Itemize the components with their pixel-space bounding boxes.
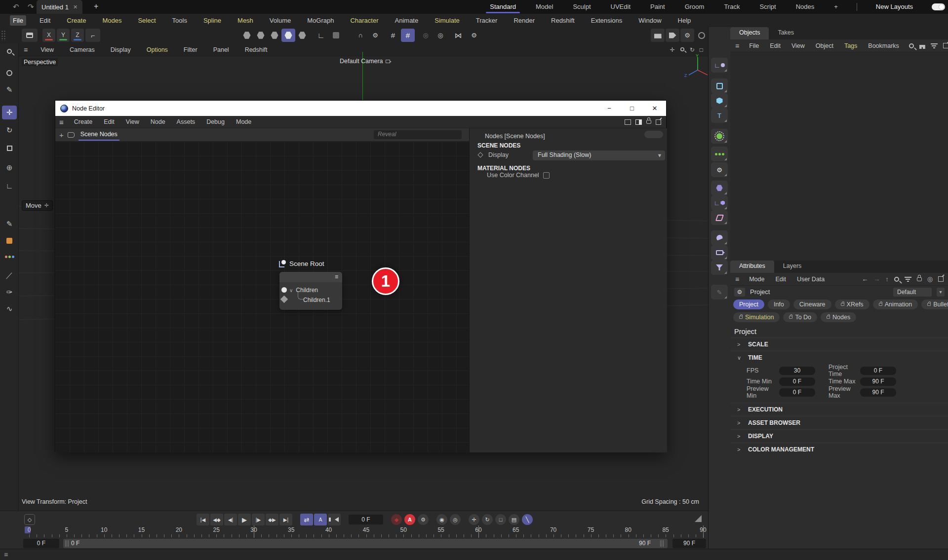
instance-icon[interactable]	[711, 210, 728, 225]
timeline-corner-icon[interactable]	[695, 515, 702, 523]
layout-tab[interactable]: UVEdit	[610, 0, 632, 14]
menu-item[interactable]: Help	[675, 15, 694, 26]
panel-tab[interactable]: Attributes	[730, 261, 774, 273]
redo-icon[interactable]: ↷	[28, 2, 34, 11]
key-rotation-toggle[interactable]: ↻	[482, 514, 493, 525]
attribute-tab-chip[interactable]: XRefs	[835, 299, 869, 309]
spline-object-icon[interactable]	[711, 78, 728, 93]
attribute-tab-chip[interactable]: Bullet	[921, 299, 948, 309]
toggle-view-icon[interactable]: □	[700, 46, 703, 53]
coords-tool-icon[interactable]: ∟	[2, 179, 17, 192]
popout-icon[interactable]	[938, 276, 944, 282]
texture-mode-icon[interactable]	[329, 29, 343, 42]
next-frame-button[interactable]: |▶	[252, 514, 265, 525]
close-button[interactable]: ✕	[643, 101, 666, 116]
status-menu-icon[interactable]: ≡	[4, 551, 8, 559]
cube-object-icon[interactable]	[711, 93, 728, 108]
add-graph-icon[interactable]: +	[59, 131, 64, 139]
hamburger-icon[interactable]: ≡	[59, 118, 64, 126]
attribute-tab-chip[interactable]: Info	[768, 299, 790, 309]
viewport-menu-item[interactable]: View	[38, 45, 57, 55]
coordinate-system-icon[interactable]: ⌐	[85, 29, 100, 42]
prev-key-button[interactable]: ◀◆	[210, 514, 223, 525]
zoom-tool-icon[interactable]	[2, 44, 17, 58]
render-picture-viewer-icon[interactable]	[666, 29, 679, 42]
viewport-menu-item[interactable]: Filter	[181, 45, 200, 55]
add-layout-button[interactable]: +	[833, 0, 839, 14]
use-color-channel-checkbox[interactable]	[543, 172, 550, 179]
loop-toggle[interactable]: ⇄	[300, 514, 313, 525]
menu-item[interactable]: Modes	[99, 15, 124, 26]
port-circle-icon[interactable]	[281, 287, 287, 293]
progress-ring-icon[interactable]	[695, 29, 708, 42]
pen-tool-icon[interactable]: ✑	[2, 285, 17, 299]
objects-menu-item[interactable]: View	[790, 42, 806, 50]
model-mode-icon[interactable]	[281, 29, 295, 42]
render-view-icon[interactable]	[651, 29, 665, 42]
render-settings-icon[interactable]: ⚙	[680, 29, 694, 42]
snap-settings-icon[interactable]: ⚙	[368, 29, 382, 42]
layout-tab[interactable]: Script	[758, 0, 777, 14]
menu-item[interactable]: File	[10, 15, 26, 26]
axis-lock-icon[interactable]: ⊕	[2, 161, 17, 175]
objects-menu-item[interactable]: Bookmarks	[867, 42, 900, 50]
environment-icon[interactable]	[711, 230, 728, 245]
panel-tab[interactable]: Objects	[730, 27, 769, 39]
attributes-menu-item[interactable]: Mode	[748, 275, 765, 283]
attributes-menu-item[interactable]: Edit	[774, 275, 787, 283]
lock-icon[interactable]	[646, 120, 651, 124]
home-icon[interactable]	[919, 45, 925, 49]
text-object-icon[interactable]: T	[711, 108, 728, 123]
viewport-menu-item[interactable]: Display	[108, 45, 134, 55]
attribute-tab-chip[interactable]: Cineware	[793, 299, 831, 309]
current-frame-field[interactable]: 0 F	[349, 515, 383, 524]
falloff-icon[interactable]: ◎	[419, 29, 433, 42]
lock-icon[interactable]	[917, 277, 922, 281]
menu-item[interactable]: Simulate	[432, 15, 463, 26]
goto-start-button[interactable]: |◀	[197, 514, 209, 525]
node-menu-item[interactable]: Assets	[176, 117, 197, 126]
forward-icon[interactable]: →	[873, 275, 880, 283]
track-icon[interactable]: ◎	[927, 275, 933, 283]
node-menu-item[interactable]: Create	[73, 117, 94, 126]
axis-y-toggle[interactable]: Y	[57, 29, 70, 42]
deformer-icon[interactable]: ⚙	[711, 162, 728, 177]
record-keyframe-button[interactable]: ◆	[391, 514, 402, 525]
symmetry-icon[interactable]: ⋈	[451, 29, 465, 42]
popout-icon[interactable]	[656, 119, 661, 125]
viewport-menu-item[interactable]: Cameras	[67, 45, 98, 55]
sound-toggle[interactable]	[328, 514, 341, 525]
layout-tab[interactable]: Groom	[684, 0, 706, 14]
zoom-view-icon[interactable]	[680, 46, 685, 53]
fps-field[interactable]: 30	[779, 367, 815, 375]
camera-label[interactable]: Default Camera	[340, 58, 390, 65]
preview-range-slider[interactable]: 0 F 90 F	[63, 539, 668, 548]
preset-dropdown-arrow[interactable]: ▾	[937, 288, 945, 297]
back-icon[interactable]: ←	[862, 275, 868, 283]
objects-menu-item[interactable]: Edit	[769, 42, 782, 50]
points-mode-icon[interactable]	[240, 29, 254, 42]
key-pla-toggle[interactable]: ▤	[509, 514, 519, 525]
attribute-tab-chip[interactable]: Animation	[873, 299, 918, 309]
live-selection-icon[interactable]	[2, 66, 17, 80]
panel-tab[interactable]: Takes	[769, 27, 803, 39]
menu-item[interactable]: Tools	[169, 15, 190, 26]
node-menu-item[interactable]: Debug	[205, 117, 226, 126]
maximize-button[interactable]: □	[621, 101, 643, 116]
workplane-icon[interactable]	[22, 29, 38, 42]
new-layouts-label[interactable]: New Layouts	[875, 0, 914, 14]
minimize-button[interactable]: −	[598, 101, 621, 116]
node-editor-titlebar[interactable]: Node Editor − □ ✕	[55, 101, 666, 116]
objects-menu-item[interactable]: File	[748, 42, 760, 50]
paint-tool-icon[interactable]: ✎	[2, 217, 17, 231]
goto-end-button[interactable]: ▶|	[279, 514, 292, 525]
right-panel-toggle-icon[interactable]	[635, 119, 642, 125]
viewport-menu-item[interactable]: Panel	[210, 45, 232, 55]
drag-handle[interactable]	[1, 30, 6, 41]
objects-menu-item[interactable]: Object	[815, 42, 834, 50]
move-tool-icon[interactable]: ✛	[2, 106, 17, 119]
new-layouts-toggle[interactable]	[932, 3, 945, 10]
axis-x-toggle[interactable]: X	[42, 29, 55, 42]
generator-icon[interactable]	[711, 129, 728, 144]
axis-z-toggle[interactable]: Z	[71, 29, 84, 42]
